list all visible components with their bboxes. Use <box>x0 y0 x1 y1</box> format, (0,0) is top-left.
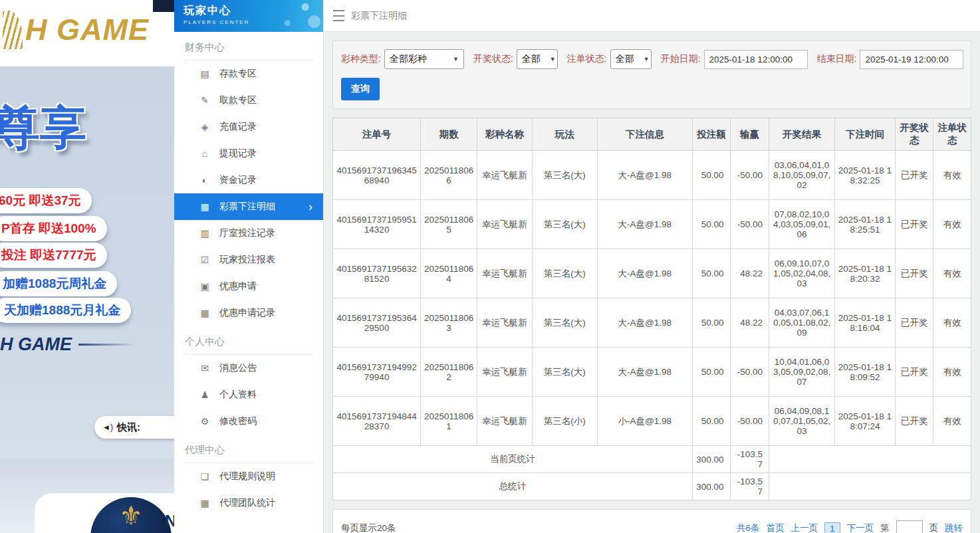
cell-bet-no: 401569173719595114320 <box>333 200 421 249</box>
column-header: 玩法 <box>532 118 597 151</box>
search-button[interactable]: 查询 <box>341 78 380 100</box>
cell-bet-no: 401569173719499279940 <box>333 348 421 397</box>
cell-order-status: 有效 <box>933 348 971 397</box>
lottery-detail-icon: ▦ <box>199 201 210 212</box>
cell-order-status: 有效 <box>933 249 971 298</box>
page-title: 彩票下注明细 <box>351 10 407 22</box>
player-center-sidebar: 玩家中心 PLAYERS CENTER 财务中心▤存款专区✎取款专区◈充值记录⌂… <box>174 0 324 533</box>
sidebar-item-deposit[interactable]: ▤存款专区 <box>174 60 323 87</box>
sidebar-item-label: 消息公告 <box>219 362 257 374</box>
hall-record-icon: ▥ <box>199 228 210 239</box>
bet-table: 注单号期数彩种名称玩法下注信息投注额输赢开奖结果下注时间开奖状态注单状态 401… <box>332 118 971 500</box>
sidebar-item-label: 提现记录 <box>219 148 257 160</box>
summary-bet-total: 300.00 <box>693 446 731 473</box>
footer-brand: H GAME <box>0 334 136 355</box>
cell-lottery-name: 幸运飞艇新 <box>477 200 533 249</box>
sidebar-item-change-password[interactable]: ⚙修改密码 <box>174 408 323 435</box>
sidebar-nav: 财务中心▤存款专区✎取款专区◈充值记录⌂提现记录◐资金记录▦彩票下注明细›▥厅室… <box>174 32 323 516</box>
sidebar-item-promo-apply[interactable]: ▣优惠申请 <box>174 273 323 300</box>
summary-row: 当前页统计300.00-103.57 <box>333 446 971 473</box>
jump-button[interactable]: 跳转 <box>945 522 963 533</box>
sidebar-item-withdraw-record[interactable]: ⌂提现记录 <box>174 140 323 167</box>
draw-status-select[interactable]: 全部 ▼ <box>517 49 558 69</box>
sidebar-item-label: 优惠申请 <box>219 280 257 292</box>
pagination-controls: 共6条 首页 上一页 1 下一页 第 页 跳转 <box>730 520 963 533</box>
lottery-type-select[interactable]: 全部彩种 ▼ <box>384 49 464 69</box>
sidebar-item-announcements[interactable]: ✉消息公告 <box>174 355 323 381</box>
sidebar-item-fund-record[interactable]: ◐资金记录 <box>174 167 323 193</box>
column-header: 注单号 <box>333 118 421 151</box>
sidebar-section-title: 代理中心 <box>184 435 314 463</box>
cell-bet-time: 2025-01-18 18:32:25 <box>835 151 896 200</box>
sidebar-item-hall-bet-record[interactable]: ▥厅室投注记录 <box>174 220 323 247</box>
first-page-link[interactable]: 首页 <box>766 522 784 533</box>
gear-icon: ⚙ <box>199 416 210 427</box>
cell-order-status: 有效 <box>933 298 971 348</box>
cell-play-type: 第三名(大) <box>532 200 597 249</box>
sidebar-item-profile[interactable]: ♟个人资料 <box>174 381 323 408</box>
current-page[interactable]: 1 <box>824 522 840 533</box>
sidebar-item-promo-apply-record[interactable]: ▦优惠申请记录 <box>174 300 323 326</box>
speaker-icon: ◄) <box>102 423 113 432</box>
sidebar-item-label: 代理团队统计 <box>219 497 275 509</box>
table-header-row: 注单号期数彩种名称玩法下注信息投注额输赢开奖结果下注时间开奖状态注单状态 <box>333 118 971 151</box>
column-header: 下注信息 <box>597 118 692 151</box>
summary-row: 总统计300.00-103.57 <box>333 473 971 500</box>
sidebar-item-label: 优惠申请记录 <box>219 307 275 319</box>
cell-win-loss: -50.00 <box>730 348 769 397</box>
summary-label: 总统计 <box>333 473 693 500</box>
promo-banner: 60元 即送37元 <box>0 188 92 213</box>
sidebar-item-withdraw[interactable]: ✎取款专区 <box>174 87 323 114</box>
promo-banner: 投注 即送7777元 <box>0 243 107 268</box>
sidebar-item-lottery-bet-detail[interactable]: ▦彩票下注明细› <box>174 193 323 220</box>
column-header: 彩种名称 <box>477 118 533 151</box>
sidebar-item-label: 资金记录 <box>219 174 257 186</box>
summary-empty <box>769 446 971 473</box>
menu-toggle-icon[interactable] <box>333 10 344 21</box>
cell-play-type: 第三名(大) <box>532 348 597 397</box>
jump-suffix-label: 页 <box>929 522 939 533</box>
cell-bet-info: 大-A盘@1.98 <box>597 151 692 200</box>
cell-draw-status: 已开奖 <box>895 298 933 348</box>
prev-page-link[interactable]: 上一页 <box>791 522 818 533</box>
sidebar-subtitle: PLAYERS CENTER <box>184 19 323 25</box>
order-status-value: 全部 <box>616 53 634 65</box>
cell-lottery-name: 幸运飞艇新 <box>477 151 533 200</box>
sidebar-item-label: 修改密码 <box>219 415 257 427</box>
jump-prefix-label: 第 <box>880 522 890 533</box>
start-date-input[interactable] <box>704 50 808 69</box>
bell-icon: ✉ <box>199 363 210 373</box>
cell-order-status: 有效 <box>933 200 971 249</box>
cell-bet-no: 401569173719634568940 <box>333 151 421 200</box>
lottery-type-value: 全部彩种 <box>390 53 427 65</box>
cell-lottery-name: 幸运飞艇新 <box>477 348 533 397</box>
background-site: H GAME 尊享 60元 即送37元P首存 即送100%投注 即送7777元加… <box>0 0 174 533</box>
end-date-input[interactable] <box>860 50 963 69</box>
jump-page-input[interactable] <box>896 520 923 533</box>
cell-draw-result: 06,09,10,07,01,05,02,04,08,03 <box>769 249 835 298</box>
next-page-link[interactable]: 下一页 <box>847 522 874 533</box>
sidebar-item-label: 充值记录 <box>219 121 257 133</box>
cell-bet-amount: 50.00 <box>693 249 731 298</box>
order-status-select[interactable]: 全部 ▼ <box>610 49 652 69</box>
table-body: 40156917371963456894020250118066幸运飞艇新第三名… <box>333 151 971 500</box>
sidebar-item-agent-rules[interactable]: ❏代理规则说明 <box>174 463 323 490</box>
cell-draw-status: 已开奖 <box>895 249 933 298</box>
cell-lottery-name: 幸运飞艇新 <box>477 298 533 348</box>
column-header: 开奖状态 <box>895 118 933 151</box>
cell-bet-amount: 50.00 <box>693 298 731 348</box>
filter-panel: 彩种类型: 全部彩种 ▼ 开奖状态: 全部 ▼ 注单状态: 全部 ▼ 开始日期:… <box>332 41 971 109</box>
sidebar-item-agent-team-stats[interactable]: ▦代理团队统计 <box>174 490 323 516</box>
draw-status-label: 开奖状态: <box>473 53 513 65</box>
user-icon: ♟ <box>199 389 210 400</box>
sidebar-item-label: 存款专区 <box>219 68 257 80</box>
column-header: 下注时间 <box>835 118 896 151</box>
cell-play-type: 第三名(大) <box>532 249 597 298</box>
cell-bet-time: 2025-01-18 18:25:51 <box>835 200 896 249</box>
cell-bet-time: 2025-01-18 18:09:52 <box>835 348 896 397</box>
sidebar-item-player-bet-report[interactable]: ☑玩家投注报表 <box>174 247 323 273</box>
site-logo: H GAME <box>3 11 149 49</box>
sidebar-item-recharge-record[interactable]: ◈充值记录 <box>174 114 323 140</box>
chevron-down-icon: ▼ <box>644 56 650 62</box>
sidebar-header: 玩家中心 PLAYERS CENTER <box>174 0 323 32</box>
